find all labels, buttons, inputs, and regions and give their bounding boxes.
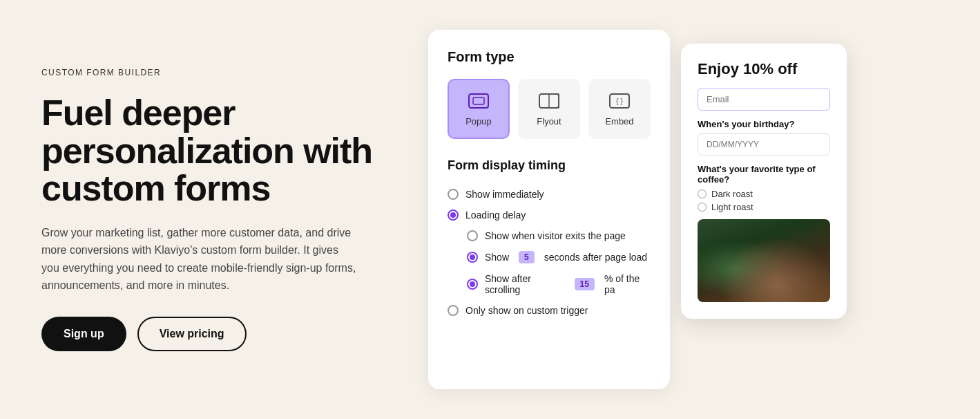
form-type-embed[interactable]: { } Embed [588,79,651,139]
timing-seconds-delay[interactable]: Show 5 seconds after page load [448,246,651,268]
timing-loading-delay-label: Loading delay [465,210,526,221]
form-type-title: Form type [448,49,651,65]
radio-scroll-percent-fill [470,281,475,287]
svg-text:{ }: { } [616,97,623,105]
flyout-label: Flyout [537,116,561,127]
view-pricing-button[interactable]: View pricing [137,317,247,351]
body-text: Grow your marketing list, gather more cu… [41,224,359,295]
dark-roast-label: Dark roast [711,189,753,199]
light-roast-label: Light roast [711,202,753,212]
form-types-row: Popup Flyout [448,79,651,139]
embed-icon: { } [607,91,632,111]
preview-light-roast: Light roast [698,202,830,212]
timing-show-immediately-label: Show immediately [465,189,544,200]
embed-label: Embed [605,116,633,127]
radio-show-immediately [448,189,459,200]
svg-rect-0 [469,94,488,108]
preview-birthday-label: When's your birthday? [698,119,830,129]
timing-custom-trigger[interactable]: Only show on custom trigger [448,300,651,321]
timing-seconds-label: Show [485,252,509,263]
radio-seconds-delay [467,252,478,263]
radio-exit-intent [467,230,478,241]
left-panel: CUSTOM FORM BUILDER Fuel deeper personal… [41,68,387,351]
signup-button[interactable]: Sign up [41,317,126,351]
preview-coffee-image [698,219,830,302]
timing-exit-intent-label: Show when visitor exits the page [485,230,626,241]
form-type-flyout[interactable]: Flyout [518,79,580,139]
timing-exit-intent[interactable]: Show when visitor exits the page [448,225,651,246]
svg-rect-3 [549,94,559,108]
scroll-badge[interactable]: 15 [575,278,595,290]
preview-title: Enjoy 10% off [698,60,830,78]
radio-custom-trigger [448,305,459,316]
timing-seconds-after-label: seconds after page load [544,252,647,263]
timing-show-immediately[interactable]: Show immediately [448,184,651,205]
cta-row: Sign up View pricing [41,317,387,351]
form-type-popup[interactable]: Popup [448,79,510,139]
radio-loading-delay [448,210,459,221]
preview-birthday-input[interactable] [698,133,830,156]
flyout-icon [537,91,561,111]
radio-seconds-delay-fill [470,254,475,260]
right-panel: Form type Popup [428,30,939,389]
timing-section: Form display timing Show immediately Loa… [448,158,651,321]
radio-scroll-percent [467,279,478,290]
preview-card: Enjoy 10% off When's your birthday? What… [681,44,847,319]
timing-scroll-after-label: % of the pa [604,273,651,295]
popup-label: Popup [465,116,492,127]
seconds-badge[interactable]: 5 [519,251,535,263]
svg-rect-1 [473,97,484,104]
popup-icon [466,91,491,111]
radio-dark-roast [698,189,707,198]
timing-custom-trigger-label: Only show on custom trigger [465,305,588,316]
timing-title: Form display timing [448,158,651,173]
preview-dark-roast: Dark roast [698,189,830,199]
timing-scroll-percent[interactable]: Show after scrolling 15 % of the pa [448,268,651,300]
timing-scroll-label: Show after scrolling [485,273,565,295]
main-headline: Fuel deeper personalization with custom … [41,94,387,207]
coffee-visual [698,219,830,302]
radio-light-roast [698,203,707,212]
page-wrapper: CUSTOM FORM BUILDER Fuel deeper personal… [0,0,980,419]
preview-coffee-label: What's your favorite type of coffee? [698,164,830,185]
form-builder-card: Form type Popup [428,30,670,389]
preview-email-input[interactable] [698,88,830,111]
radio-loading-delay-fill [450,212,456,218]
timing-loading-delay[interactable]: Loading delay [448,205,651,225]
eyebrow-label: CUSTOM FORM BUILDER [41,68,387,77]
